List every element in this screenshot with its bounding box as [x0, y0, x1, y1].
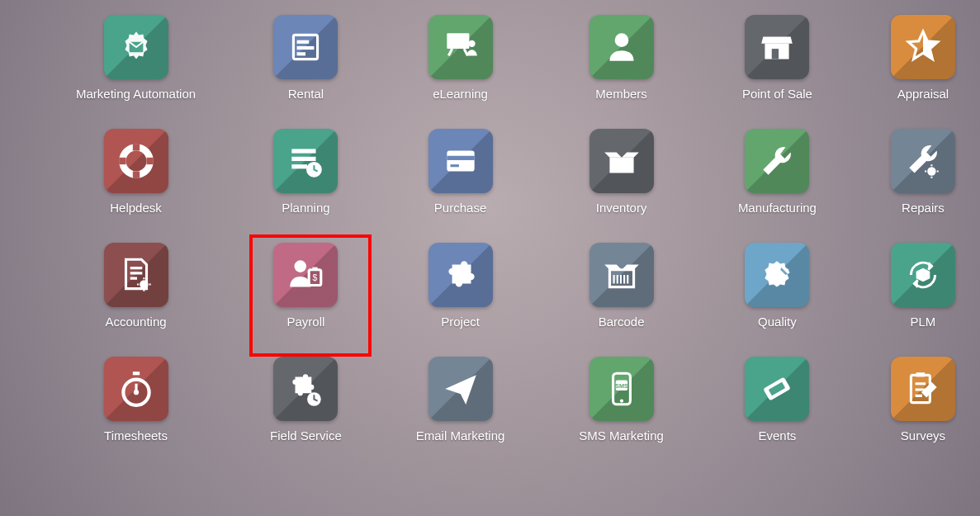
list-clock-icon: [273, 129, 338, 193]
app-label: Members: [595, 87, 647, 101]
presentation-icon: [428, 15, 493, 79]
app-label: Marketing Automation: [76, 87, 196, 101]
barcode-box-icon: [589, 243, 654, 307]
calendar-bars-icon: [273, 15, 338, 79]
app-members[interactable]: Members: [579, 15, 664, 101]
app-payroll[interactable]: Payroll: [270, 243, 342, 329]
puzzle-icon: [428, 243, 493, 307]
app-purchase[interactable]: Purchase: [416, 129, 505, 215]
box-open-icon: [589, 129, 654, 193]
card-icon: [428, 129, 493, 193]
app-label: Manufacturing: [738, 201, 817, 215]
app-label: Appraisal: [897, 87, 949, 101]
app-label: Events: [758, 428, 796, 443]
app-events[interactable]: Events: [738, 357, 817, 443]
app-plm[interactable]: PLM: [891, 243, 955, 329]
app-label: Planning: [282, 201, 329, 215]
lifebuoy-icon: [104, 129, 168, 193]
phone-sms-icon: [589, 357, 654, 421]
app-timesheets[interactable]: Timesheets: [76, 357, 196, 443]
app-label: Barcode: [599, 315, 645, 329]
app-rental[interactable]: Rental: [270, 15, 342, 101]
clipboard-pen-icon: [891, 357, 955, 421]
app-manufacturing[interactable]: Manufacturing: [738, 129, 817, 215]
person-icon: [589, 15, 654, 79]
app-label: Project: [441, 315, 480, 329]
star-icon: [891, 15, 955, 79]
app-label: Timesheets: [104, 428, 168, 443]
wrench-gear-icon: [891, 129, 955, 193]
app-label: Field Service: [270, 428, 342, 443]
wrench-icon: [745, 129, 809, 193]
app-label: Accounting: [105, 315, 166, 329]
app-elearning[interactable]: eLearning: [416, 15, 505, 101]
app-label: Email Marketing: [416, 428, 505, 443]
app-label: Rental: [288, 87, 324, 101]
cycle-cube-icon: [891, 243, 955, 307]
stopwatch-icon: [104, 357, 168, 421]
app-accounting[interactable]: Accounting: [76, 243, 196, 329]
app-label: eLearning: [433, 87, 488, 101]
app-surveys[interactable]: Surveys: [891, 357, 955, 443]
gear-mail-icon: [104, 15, 168, 79]
app-quality[interactable]: Quality: [738, 243, 817, 329]
badge-pen-icon: [745, 243, 809, 307]
app-inventory[interactable]: Inventory: [579, 129, 664, 215]
app-label: Point of Sale: [742, 87, 812, 101]
app-project[interactable]: Project: [416, 243, 505, 329]
app-helpdesk[interactable]: Helpdesk: [76, 129, 196, 215]
app-sms-marketing[interactable]: SMS Marketing: [579, 357, 664, 443]
app-repairs[interactable]: Repairs: [891, 129, 955, 215]
doc-gear-icon: [104, 243, 168, 307]
paper-plane-icon: [428, 357, 493, 421]
app-label: PLM: [911, 315, 936, 329]
app-appraisal[interactable]: Appraisal: [891, 15, 955, 101]
app-label: Payroll: [287, 315, 325, 329]
app-label: Purchase: [434, 201, 486, 215]
app-point-of-sale[interactable]: Point of Sale: [738, 15, 817, 101]
app-label: Repairs: [902, 201, 944, 215]
app-label: Helpdesk: [110, 201, 162, 215]
app-grid: Marketing AutomationRentaleLearningMembe…: [0, 0, 980, 443]
app-marketing-automation[interactable]: Marketing Automation: [76, 15, 196, 101]
puzzle-clock-icon: [273, 357, 338, 421]
app-planning[interactable]: Planning: [270, 129, 342, 215]
store-icon: [745, 15, 809, 79]
app-barcode[interactable]: Barcode: [579, 243, 664, 329]
ticket-icon: [745, 357, 809, 421]
app-label: Surveys: [901, 428, 945, 443]
app-label: SMS Marketing: [579, 428, 664, 443]
person-pay-icon: [273, 243, 338, 307]
app-label: Quality: [758, 315, 797, 329]
app-field-service[interactable]: Field Service: [270, 357, 342, 443]
app-label: Inventory: [596, 201, 647, 215]
app-email-marketing[interactable]: Email Marketing: [416, 357, 505, 443]
